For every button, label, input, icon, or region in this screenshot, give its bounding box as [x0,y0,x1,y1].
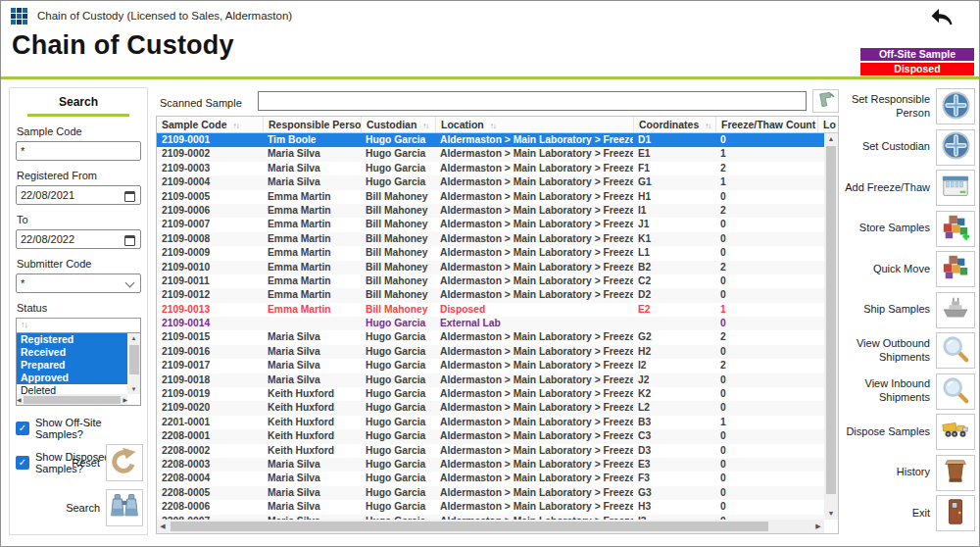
table-cell: 0 [715,458,817,472]
scroll-down-icon[interactable]: ▼ [824,508,838,520]
table-cell: 2109-0016 [157,345,263,359]
scroll-left-icon[interactable]: ◀ [17,395,22,405]
table-cell: Hugo Garcia [361,133,435,147]
barcode-scanner-button[interactable] [812,89,839,113]
status-option[interactable]: Received [17,346,127,359]
column-header[interactable]: Custodian↑↓ [361,117,435,132]
status-option[interactable]: Prepared [17,359,127,372]
table-cell: C3 [633,429,715,443]
scrollbar-thumb[interactable] [129,345,139,374]
column-header[interactable]: Location↑↓ [435,117,633,132]
table-row[interactable]: 2109-0016Maria SilvaHugo GarciaAldermast… [157,345,824,359]
status-vertical-scrollbar[interactable]: ▲ ▼ [127,333,140,394]
table-row[interactable]: 2109-0019Keith HuxfordHugo GarciaAlderma… [157,387,824,401]
column-header[interactable]: Freeze/Thaw Count↑↓ [715,117,817,132]
scroll-right-icon[interactable]: ▶ [122,395,127,405]
dispose-samples-button[interactable] [936,414,975,450]
table-row[interactable]: 2109-0011Emma MartinBill MahoneyAldermas… [157,274,824,288]
history-button[interactable] [936,455,975,491]
show-offsite-samples-checkbox[interactable]: ✓ Show Off-Site Samples? [16,417,141,440]
table-row[interactable]: 2208-0003Maria SilvaHugo GarciaAldermast… [157,458,824,472]
table-row[interactable]: 2109-0003Maria SilvaHugo GarciaAldermast… [157,162,824,175]
table-row[interactable]: 2208-0006Maria SilvaHugo GarciaAldermast… [157,500,824,514]
status-option[interactable]: Approved [17,372,127,384]
back-button[interactable] [930,7,954,29]
table-row[interactable]: 2109-0006Emma MartinBill MahoneyAldermas… [157,204,824,218]
to-date-input[interactable] [16,229,141,249]
app-grid-icon[interactable] [11,8,27,25]
table-horizontal-scrollbar[interactable]: ◀ ▶ [157,520,824,533]
table-cell: Hugo Garcia [361,330,435,344]
table-cell: 2 [715,204,817,218]
table-vertical-scrollbar[interactable]: ▲ ▼ [824,133,838,520]
scrollbar-thumb[interactable] [826,146,836,494]
exit-button[interactable] [936,495,975,531]
table-row[interactable]: 2109-0017Maria SilvaHugo GarciaAldermast… [157,359,824,373]
table-row[interactable]: 2208-0004Maria SilvaHugo GarciaAldermast… [157,472,824,485]
scrollbar-thumb[interactable] [24,396,122,404]
registered-from-input[interactable] [16,185,141,205]
submitter-code-select[interactable]: * [16,274,141,293]
table-cell: 2208-0006 [157,500,263,514]
add-freeze-thaw-button[interactable] [936,170,975,206]
table-row[interactable]: 2109-0002Maria SilvaHugo GarciaAldermast… [157,147,824,161]
table-cell: 2109-0012 [157,288,263,302]
table-row[interactable]: 2208-0002Keith HuxfordHugo GarciaAlderma… [157,444,824,458]
status-horizontal-scrollbar[interactable]: ◀ ▶ [17,394,127,405]
table-cell [817,373,824,387]
table-row[interactable]: 2109-0018Maria SilvaHugo GarciaAldermast… [157,373,824,387]
table-row[interactable]: 2208-0001Keith HuxfordHugo GarciaAlderma… [157,429,824,443]
scroll-up-icon[interactable]: ▲ [824,133,838,145]
calendar-icon[interactable] [124,235,135,246]
table-row[interactable]: 2109-0010Emma MartinBill MahoneyAldermas… [157,261,824,274]
scroll-up-icon[interactable]: ▲ [127,333,140,343]
table-row[interactable]: 2109-0009Emma MartinBill MahoneyAldermas… [157,246,824,260]
table-cell: Keith Huxford [263,416,361,429]
table-row[interactable]: 2109-0008Emma MartinBill MahoneyAldermas… [157,232,824,246]
table-row[interactable]: 2109-0005Emma MartinBill MahoneyAldermas… [157,190,824,204]
table-cell: K1 [633,232,715,246]
set-responsible-person-button[interactable] [936,88,975,124]
sample-code-label: Sample Code [17,125,140,137]
table-row[interactable]: 2109-0014Hugo GarciaExternal Lab0 [157,317,824,330]
table-row[interactable]: 2201-0001Keith HuxfordHugo GarciaAlderma… [157,416,824,429]
table-cell: Hugo Garcia [361,317,435,330]
view-outbound-shipments-button[interactable] [936,332,975,369]
scanned-sample-input[interactable] [258,91,807,111]
search-button[interactable] [106,489,143,526]
view-inbound-shipments-button[interactable] [936,373,975,410]
table-row[interactable]: 2109-0004Maria SilvaHugo GarciaAldermast… [157,175,824,189]
table-row[interactable]: 2109-0007Emma MartinBill MahoneyAldermas… [157,218,824,231]
table-cell: B3 [633,416,715,429]
table-row[interactable]: 2109-0020Keith HuxfordHugo GarciaAlderma… [157,401,824,415]
table-row[interactable]: 2109-0015Maria SilvaHugo GarciaAldermast… [157,330,824,344]
table-cell: L2 [633,401,715,415]
calendar-icon[interactable] [124,191,135,202]
reset-button[interactable] [106,444,143,481]
show-offsite-samples-label: Show Off-Site Samples? [35,417,141,440]
scanned-sample-label: Scanned Sample [160,97,242,109]
status-option[interactable]: Deleted [17,384,127,394]
action-label: Set Custodian [862,140,930,154]
store-samples-button[interactable] [936,211,975,247]
column-header[interactable]: Lo [817,117,838,132]
column-header[interactable]: Coordinates↑↓ [633,117,715,132]
ship-samples-button[interactable] [936,292,975,328]
column-header[interactable]: Responsible Person↑↓ [263,117,361,132]
scroll-left-icon[interactable]: ◀ [157,522,169,531]
status-sort-box[interactable]: ↑↓ [16,318,141,333]
checkbox-checked-icon: ✓ [16,422,29,435]
column-header[interactable]: Sample Code↑↓ [157,117,263,132]
quick-move-button[interactable] [936,251,975,287]
scroll-down-icon[interactable]: ▼ [127,384,140,394]
table-row[interactable]: 2109-0013Emma MartinBill MahoneyDisposed… [157,303,824,317]
set-custodian-button[interactable] [936,129,975,166]
scrollbar-thumb[interactable] [171,522,768,531]
sample-code-input[interactable] [16,141,141,161]
status-option[interactable]: Registered [17,333,127,346]
table-row[interactable]: 2109-0001Tim BooleHugo GarciaAldermaston… [157,133,824,147]
table-row[interactable]: 2109-0012Emma MartinBill MahoneyAldermas… [157,288,824,302]
scroll-right-icon[interactable]: ▶ [812,522,824,531]
table-cell: Aldermaston > Main Laboratory > Freezer … [435,330,633,344]
table-row[interactable]: 2208-0005Maria SilvaHugo GarciaAldermast… [157,486,824,500]
